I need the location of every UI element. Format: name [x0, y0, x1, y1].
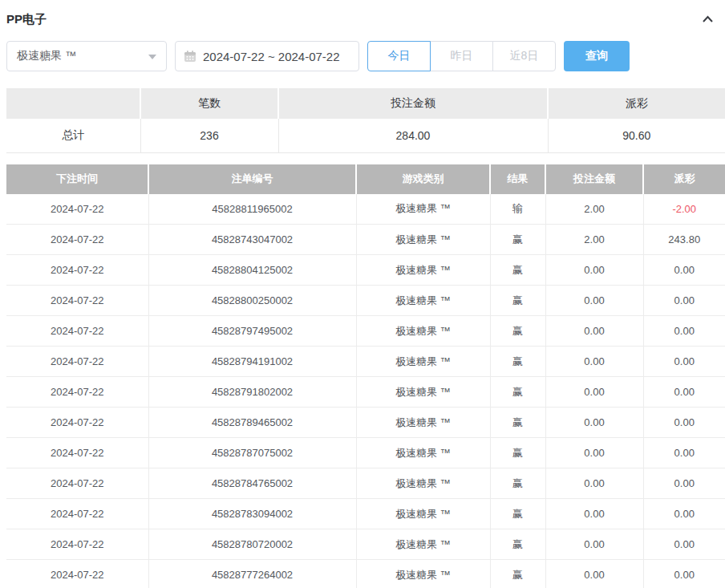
table-row: 2024-07-2245828791802002极速糖果 ™赢0.000.00	[6, 377, 725, 408]
cell-bet-amount: 0.00	[545, 468, 643, 499]
cell-payout: 0.00	[643, 286, 725, 316]
panel-header: PP电子	[0, 0, 725, 30]
summary-total-row: 总计 236 284.00 90.60	[6, 119, 725, 152]
cell-payout: 0.00	[643, 316, 725, 347]
total-payout: 90.60	[548, 119, 725, 152]
cell-result: 赢	[490, 316, 545, 347]
summary-header-count: 笔数	[140, 88, 278, 119]
cell-payout: 0.00	[643, 499, 725, 529]
cell-bet-time: 2024-07-22	[6, 499, 148, 529]
header-game-type: 游戏类别	[356, 164, 490, 194]
date-range-value: 2024-07-22 ~ 2024-07-22	[203, 50, 340, 63]
total-label: 总计	[6, 119, 140, 152]
cell-bet-amount: 0.00	[545, 377, 643, 408]
table-row: 2024-07-2245828800250002极速糖果 ™赢0.000.00	[6, 286, 725, 316]
cell-order-no: 45828800250002	[148, 286, 356, 316]
cell-bet-amount: 2.00	[545, 225, 643, 255]
cell-order-no: 45828791802002	[148, 377, 356, 408]
cell-bet-time: 2024-07-22	[6, 194, 148, 225]
bet-table-body: 2024-07-2245828811965002极速糖果 ™输2.00-2.00…	[6, 194, 725, 588]
cell-bet-amount: 0.00	[545, 438, 643, 468]
cell-payout: 0.00	[643, 377, 725, 408]
cell-result: 赢	[490, 408, 545, 438]
cell-game-type: 极速糖果 ™	[356, 529, 490, 560]
search-button[interactable]: 查询	[564, 41, 630, 71]
cell-bet-amount: 0.00	[545, 316, 643, 347]
total-bet-amount: 284.00	[278, 119, 548, 152]
cell-game-type: 极速糖果 ™	[356, 377, 490, 408]
cell-bet-time: 2024-07-22	[6, 468, 148, 499]
cell-bet-amount: 2.00	[545, 194, 643, 225]
cell-bet-time: 2024-07-22	[6, 529, 148, 560]
header-order-no: 注单编号	[148, 164, 356, 194]
filter-bar: 极速糖果 ™ 2024-07-22 ~ 2024-07-22 今日 昨日 近8日…	[6, 41, 719, 71]
table-row: 2024-07-2245828743047002极速糖果 ™赢2.00243.8…	[6, 225, 725, 255]
cell-game-type: 极速糖果 ™	[356, 408, 490, 438]
bet-records-table: 下注时间 注单编号 游戏类别 结果 投注金额 派彩 2024-07-224582…	[6, 164, 725, 588]
total-count: 236	[140, 119, 278, 152]
page-title: PP电子	[6, 12, 47, 27]
cell-bet-time: 2024-07-22	[6, 255, 148, 286]
header-bet-time: 下注时间	[6, 164, 148, 194]
cell-payout: 0.00	[643, 408, 725, 438]
cell-bet-amount: 0.00	[545, 286, 643, 316]
cell-payout: 0.00	[643, 347, 725, 377]
cell-order-no: 45828777264002	[148, 560, 356, 588]
cell-order-no: 45828789465002	[148, 408, 356, 438]
collapse-button[interactable]	[699, 11, 717, 27]
cell-order-no: 45828784765002	[148, 468, 356, 499]
cell-result: 赢	[490, 286, 545, 316]
cell-result: 赢	[490, 438, 545, 468]
date-range-input[interactable]: 2024-07-22 ~ 2024-07-22	[175, 41, 359, 71]
last-8-days-button[interactable]: 近8日	[492, 41, 556, 71]
cell-payout: 0.00	[643, 468, 725, 499]
cell-bet-amount: 0.00	[545, 560, 643, 588]
table-row: 2024-07-2245828794191002极速糖果 ™赢0.000.00	[6, 347, 725, 377]
table-row: 2024-07-2245828780720002极速糖果 ™赢0.000.00	[6, 529, 725, 560]
cell-bet-time: 2024-07-22	[6, 316, 148, 347]
cell-result: 赢	[490, 377, 545, 408]
game-select-value: 极速糖果 ™	[17, 49, 76, 63]
cell-order-no: 45828797495002	[148, 316, 356, 347]
game-select[interactable]: 极速糖果 ™	[6, 41, 167, 71]
cell-result: 赢	[490, 499, 545, 529]
cell-game-type: 极速糖果 ™	[356, 347, 490, 377]
cell-bet-time: 2024-07-22	[6, 225, 148, 255]
table-row: 2024-07-2245828777264002极速糖果 ™赢0.000.00	[6, 560, 725, 588]
cell-order-no: 45828811965002	[148, 194, 356, 225]
cell-result: 赢	[490, 225, 545, 255]
cell-bet-amount: 0.00	[545, 499, 643, 529]
cell-game-type: 极速糖果 ™	[356, 286, 490, 316]
cell-bet-amount: 0.00	[545, 255, 643, 286]
table-row: 2024-07-2245828811965002极速糖果 ™输2.00-2.00	[6, 194, 725, 225]
summary-table: 笔数 投注金额 派彩 总计 236 284.00 90.60	[6, 88, 725, 153]
summary-header-payout: 派彩	[548, 88, 725, 119]
cell-order-no: 45828743047002	[148, 225, 356, 255]
bet-table-header-row: 下注时间 注单编号 游戏类别 结果 投注金额 派彩	[6, 164, 725, 194]
cell-payout: 0.00	[643, 255, 725, 286]
cell-result: 赢	[490, 468, 545, 499]
yesterday-button[interactable]: 昨日	[430, 41, 493, 71]
cell-bet-time: 2024-07-22	[6, 560, 148, 588]
cell-payout: -2.00	[643, 194, 725, 225]
cell-order-no: 45828780720002	[148, 529, 356, 560]
cell-game-type: 极速糖果 ™	[356, 499, 490, 529]
table-row: 2024-07-2245828789465002极速糖果 ™赢0.000.00	[6, 408, 725, 438]
cell-bet-amount: 0.00	[545, 347, 643, 377]
cell-game-type: 极速糖果 ™	[356, 560, 490, 588]
cell-payout: 0.00	[643, 438, 725, 468]
header-result: 结果	[490, 164, 545, 194]
today-button[interactable]: 今日	[367, 41, 431, 71]
cell-payout: 243.80	[643, 225, 725, 255]
cell-game-type: 极速糖果 ™	[356, 468, 490, 499]
cell-game-type: 极速糖果 ™	[356, 316, 490, 347]
cell-game-type: 极速糖果 ™	[356, 194, 490, 225]
cell-bet-time: 2024-07-22	[6, 347, 148, 377]
cell-result: 赢	[490, 347, 545, 377]
cell-game-type: 极速糖果 ™	[356, 255, 490, 286]
cell-bet-time: 2024-07-22	[6, 377, 148, 408]
chevron-up-icon	[700, 16, 715, 28]
cell-game-type: 极速糖果 ™	[356, 225, 490, 255]
cell-payout: 0.00	[643, 529, 725, 560]
summary-header-bet-amount: 投注金额	[278, 88, 548, 119]
